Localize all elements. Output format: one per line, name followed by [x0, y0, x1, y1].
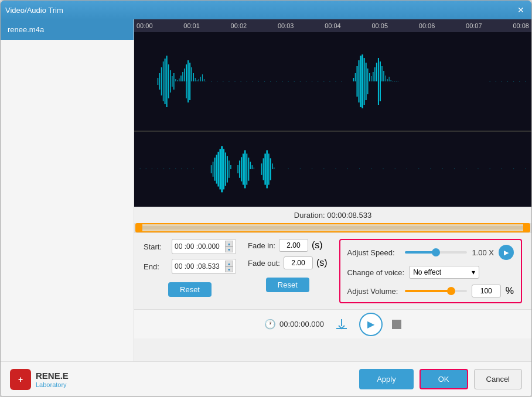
marker-3: 00:03 [278, 22, 294, 29]
logo-name: RENE.E [36, 371, 69, 381]
end-spin-up[interactable]: ▲ [225, 261, 233, 266]
controls-left: Start: 00 :00 :00.000 ▲ ▼ End: 00 :00 [144, 239, 236, 303]
duration-bar: Duration: 00:00:08.533 [134, 207, 531, 223]
volume-track[interactable] [405, 290, 467, 292]
controls-area: Start: 00 :00 :00.000 ▲ ▼ End: 00 :00 [134, 232, 531, 309]
volume-fill [405, 290, 452, 292]
marker-0: 00:00 [137, 22, 153, 29]
fade-out-label: Fade out: [248, 259, 280, 268]
voice-row: Change of voice: No effect ▾ [347, 266, 514, 279]
marker-5: 00:05 [371, 22, 388, 29]
volume-label: Adjust Volume: [347, 287, 400, 296]
cancel-button[interactable]: Cancel [474, 369, 522, 389]
fade-out-row: Fade out: (s) [248, 256, 328, 269]
end-value: 00 :00 :08.533 [175, 262, 220, 271]
right-panel: Adjust Speed: 1.00 X ▶ [339, 239, 522, 303]
sidebar: renee.m4a [1, 19, 134, 361]
controls-middle: Fade in: (s) Fade out: (s) Reset [248, 239, 328, 303]
waveform-display-top[interactable] [134, 32, 531, 131]
sidebar-item-file[interactable]: renee.m4a [1, 19, 134, 40]
stop-button[interactable] [392, 320, 401, 329]
end-spin[interactable]: ▲ ▼ [225, 261, 233, 272]
export-button[interactable] [333, 316, 350, 333]
play-button[interactable]: ▶ [359, 313, 383, 336]
scrub-track[interactable] [135, 226, 530, 230]
start-spin-up[interactable]: ▲ [225, 241, 233, 247]
waveform-bottom [134, 131, 531, 207]
speed-row: Adjust Speed: 1.00 X ▶ [347, 245, 514, 260]
speed-slider-container[interactable] [405, 247, 468, 258]
timeline-markers: 00:00 00:01 00:02 00:03 00:04 00:05 00:0… [137, 22, 529, 29]
playback-bar: 🕐 00:00:00.000 ▶ [134, 309, 531, 338]
logo-icon: + [10, 369, 31, 390]
start-label: Start: [144, 242, 167, 251]
logo-sub: Laboratory [36, 381, 69, 388]
marker-2: 00:02 [231, 22, 247, 29]
scrub-handle-right[interactable] [523, 223, 530, 232]
duration-value: 00:00:08.533 [327, 211, 371, 220]
ok-button[interactable]: OK [420, 369, 468, 389]
footer-buttons: Apply OK Cancel [359, 369, 522, 389]
apply-button[interactable]: Apply [359, 369, 414, 389]
speed-label: Adjust Speed: [347, 248, 400, 257]
volume-unit: % [506, 286, 514, 296]
logo-text: RENE.E Laboratory [36, 371, 69, 388]
window-title: Video/Audio Trim [5, 6, 63, 15]
svg-text:+: + [18, 375, 23, 384]
end-row: End: 00 :00 :08.533 ▲ ▼ [144, 259, 236, 274]
speed-thumb[interactable] [432, 248, 440, 256]
start-value: 00 :00 :00.000 [175, 242, 220, 251]
volume-row: Adjust Volume: % [347, 285, 514, 297]
logo-area: + RENE.E Laboratory [10, 369, 69, 390]
reset-button-2[interactable]: Reset [266, 278, 309, 292]
volume-slider-container[interactable] [405, 285, 467, 297]
fade-out-unit: (s) [316, 258, 328, 268]
volume-thumb[interactable] [447, 287, 455, 295]
speed-fill [405, 251, 436, 254]
reset-button-1[interactable]: Reset [168, 282, 212, 297]
end-spin-down[interactable]: ▼ [225, 266, 233, 272]
main-content: renee.m4a 00:00 00:01 00:02 00:03 00:04 … [1, 19, 531, 361]
scrub-fill [142, 223, 523, 232]
fade-in-label: Fade in: [248, 241, 275, 250]
footer: + RENE.E Laboratory Apply OK Cancel [1, 361, 531, 396]
playback-time: 00:00:00.000 [279, 320, 324, 328]
waveform-display-bottom[interactable] [134, 132, 531, 207]
voice-select[interactable]: No effect ▾ [409, 266, 479, 279]
speed-track[interactable] [405, 251, 468, 254]
dropdown-icon: ▾ [472, 268, 475, 276]
title-bar: Video/Audio Trim ✕ [1, 1, 531, 19]
marker-6: 00:06 [419, 22, 435, 29]
voice-label: Change of voice: [347, 268, 405, 277]
time-display: 🕐 00:00:00.000 [264, 319, 324, 330]
fade-out-input[interactable] [284, 256, 313, 269]
fade-in-row: Fade in: (s) [248, 239, 328, 252]
marker-4: 00:04 [325, 22, 341, 29]
scrub-handle-left[interactable] [135, 223, 142, 232]
sidebar-item-label: renee.m4a [8, 25, 44, 34]
play-speed-button[interactable]: ▶ [499, 245, 514, 260]
scrub-bar[interactable] [134, 223, 531, 232]
speed-value: 1.00 X [472, 248, 494, 257]
clock-icon: 🕐 [264, 319, 276, 330]
timeline: 00:00 00:01 00:02 00:03 00:04 00:05 00:0… [134, 19, 531, 32]
start-row: Start: 00 :00 :00.000 ▲ ▼ [144, 239, 236, 254]
start-spin-down[interactable]: ▼ [225, 247, 233, 252]
editor-area: 00:00 00:01 00:02 00:03 00:04 00:05 00:0… [134, 19, 531, 361]
marker-7: 00:07 [466, 22, 482, 29]
fade-in-unit: (s) [312, 240, 323, 251]
duration-label: Duration: [294, 211, 325, 220]
volume-input[interactable] [472, 285, 501, 297]
marker-8: 00:08 [513, 22, 529, 29]
waveform-top: 00:00 00:01 00:02 00:03 00:04 00:05 00:0… [134, 19, 531, 131]
start-spin[interactable]: ▲ ▼ [225, 241, 233, 252]
close-button[interactable]: ✕ [515, 4, 527, 16]
fade-in-input[interactable] [279, 239, 308, 252]
start-input[interactable]: 00 :00 :00.000 ▲ ▼ [172, 239, 236, 254]
end-label: End: [144, 262, 167, 271]
voice-value: No effect [413, 268, 441, 276]
marker-1: 00:01 [183, 22, 200, 29]
main-window: Video/Audio Trim ✕ renee.m4a 00:00 00:01… [0, 0, 532, 397]
end-input[interactable]: 00 :00 :08.533 ▲ ▼ [172, 259, 236, 274]
